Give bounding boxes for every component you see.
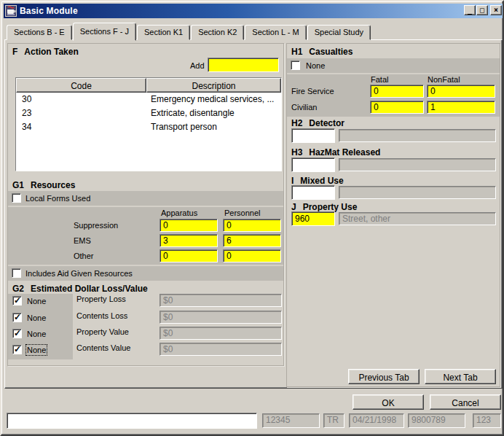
property-value-none-checkbox[interactable] <box>12 329 22 338</box>
civilian-label: Civilian <box>291 103 317 112</box>
row-code: 34 <box>16 120 146 134</box>
section-g1-letter: G1 <box>12 180 24 190</box>
tab-sections-f-j[interactable]: Sections F - J <box>73 23 136 41</box>
contents-loss-label: Contents Loss <box>76 311 127 320</box>
section-j-title: Property Use <box>303 202 358 212</box>
contents-value-label: Contents Value <box>76 343 130 352</box>
section-j-header: JProperty Use <box>291 202 357 212</box>
next-tab-button[interactable]: Next Tab <box>425 369 496 384</box>
section-g2-title: Estimated Dollar Loss/Value <box>31 284 148 294</box>
apparatus-column-label: Apparatus <box>161 209 197 217</box>
row-description: Emergency medical services, ... <box>146 93 281 106</box>
minimize-icon[interactable]: _ <box>464 5 476 15</box>
property-value-label: Property Value <box>76 327 129 336</box>
tab-section-k2[interactable]: Section K2 <box>191 25 244 40</box>
table-row[interactable]: 30 Emergency medical services, ... <box>16 93 281 106</box>
suppression-label: Suppression <box>74 221 118 230</box>
contents-value-none-checkbox[interactable] <box>12 345 22 354</box>
status-field-exposure: 123 <box>473 413 501 428</box>
hazmat-description-field <box>339 158 496 171</box>
civilian-nonfatal-input[interactable] <box>427 101 495 114</box>
section-i-title: Mixed Use <box>300 176 343 186</box>
window-title: Basic Module <box>20 6 78 16</box>
other-personnel-input[interactable] <box>223 249 281 262</box>
ems-personnel-input[interactable] <box>223 234 281 247</box>
action-taken-table: Code Description 30 Emergency medical se… <box>15 77 282 171</box>
tab-special-study[interactable]: Special Study <box>307 25 371 40</box>
detector-code-input[interactable] <box>291 128 335 143</box>
section-g1-header: G1Resources <box>12 180 75 190</box>
table-row[interactable]: 34 Transport person <box>16 120 281 134</box>
contents-loss-none-label: None <box>27 314 46 322</box>
section-i-header: IMixed Use <box>291 176 344 186</box>
suppression-apparatus-input[interactable] <box>160 219 218 232</box>
action-taken-add-input[interactable] <box>208 58 279 72</box>
fire-service-fatal-input[interactable] <box>370 85 424 98</box>
property-loss-label: Property Loss <box>76 295 126 303</box>
tab-section-k1[interactable]: Section K1 <box>137 25 190 40</box>
suppression-personnel-input[interactable] <box>223 219 281 232</box>
section-h3-letter: H3 <box>291 147 302 157</box>
row-code: 23 <box>16 106 146 120</box>
section-g2-letter: G2 <box>12 284 24 294</box>
other-label: Other <box>74 252 94 260</box>
status-bar-input[interactable] <box>7 413 257 429</box>
property-loss-none-label: None <box>27 297 46 305</box>
section-i-letter: I <box>291 176 294 186</box>
local-forms-checkbox[interactable] <box>12 193 21 203</box>
section-f-title: Action Taken <box>24 47 78 57</box>
previous-tab-button[interactable]: Previous Tab <box>348 369 420 384</box>
contents-loss-none-checkbox[interactable] <box>12 313 22 322</box>
casualties-none-label: None <box>306 61 325 70</box>
section-j-letter: J <box>291 202 296 212</box>
mixed-use-description-field <box>339 186 496 199</box>
ok-button[interactable]: OK <box>353 394 424 410</box>
table-row[interactable]: 23 Extricate, disentangle <box>16 106 281 120</box>
status-field-fdid: 12345 <box>262 413 320 428</box>
property-loss-field: $0 <box>160 294 282 307</box>
fatal-column-label: Fatal <box>371 75 388 84</box>
maximize-icon[interactable]: □ <box>476 5 488 15</box>
property-use-code-input[interactable] <box>291 211 335 226</box>
property-use-description-field: Street, other <box>339 212 496 225</box>
tab-bar: Sections B - E Sections F - J Section K1… <box>7 22 371 40</box>
property-value-none-label: None <box>27 330 46 338</box>
hazmat-code-input[interactable] <box>291 157 335 172</box>
contents-loss-field: $0 <box>160 311 282 324</box>
cancel-button[interactable]: Cancel <box>430 394 501 410</box>
tab-section-l-m[interactable]: Section L - M <box>245 25 306 40</box>
nonfatal-column-label: NonFatal <box>428 75 460 84</box>
column-header-description[interactable]: Description <box>146 78 281 93</box>
tab-content-panel: FAction Taken Add Code Description 30 Em… <box>4 39 503 389</box>
tab-sections-b-e[interactable]: Sections B - E <box>7 25 72 40</box>
title-bar[interactable]: Basic Module _ □ × <box>4 4 503 18</box>
mixed-use-code-input[interactable] <box>291 185 335 200</box>
casualties-none-checkbox[interactable] <box>291 61 300 70</box>
section-f-letter: F <box>12 47 17 57</box>
ems-apparatus-input[interactable] <box>160 234 218 247</box>
row-description: Transport person <box>146 120 281 134</box>
section-g1-title: Resources <box>31 180 75 190</box>
other-apparatus-input[interactable] <box>160 249 218 262</box>
local-forms-label: Local Forms Used <box>25 194 90 203</box>
fire-service-nonfatal-input[interactable] <box>427 85 495 98</box>
section-f-header: FAction Taken <box>12 47 79 57</box>
section-h2-title: Detector <box>309 118 344 128</box>
ems-label: EMS <box>74 236 91 245</box>
action-taken-table-header: Code Description <box>16 78 281 93</box>
personnel-column-label: Personnel <box>224 209 261 217</box>
property-loss-none-checkbox[interactable] <box>12 296 22 305</box>
close-icon[interactable]: × <box>490 5 502 15</box>
status-field-date: 04/21/1998 <box>349 413 404 428</box>
contents-value-field: $0 <box>160 343 282 356</box>
add-label: Add <box>190 61 205 70</box>
java-cup-icon <box>5 5 17 17</box>
aid-given-label: Includes Aid Given Resources <box>25 269 133 278</box>
casualties-none-strip: None <box>287 58 500 73</box>
aid-given-checkbox[interactable] <box>12 268 21 278</box>
right-column-panel: H1Casualties None Fatal NonFatal Fire Se… <box>286 43 500 387</box>
civilian-fatal-input[interactable] <box>370 101 424 114</box>
column-header-code[interactable]: Code <box>16 78 146 93</box>
contents-value-none-label: None <box>27 346 46 354</box>
section-h2-letter: H2 <box>291 118 302 128</box>
